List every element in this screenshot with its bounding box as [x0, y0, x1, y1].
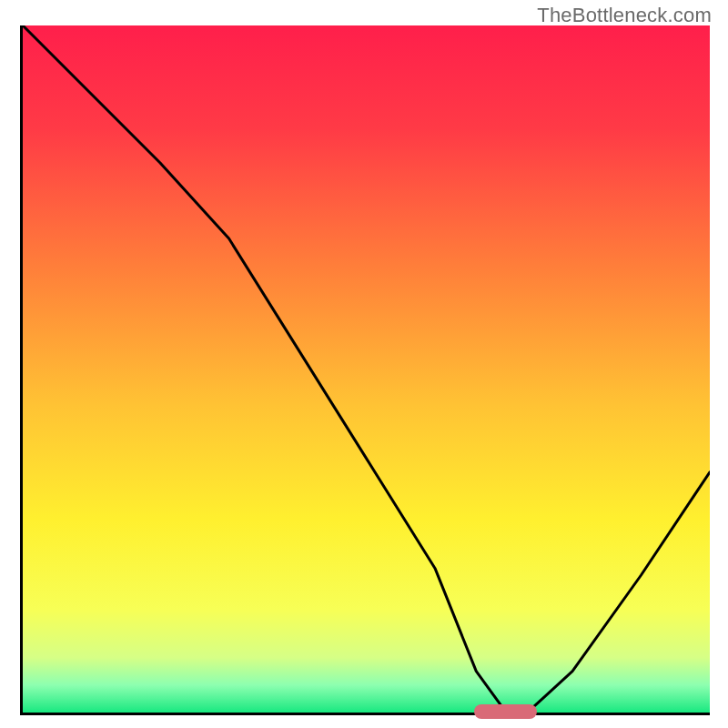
curve-line: [23, 25, 710, 713]
optimal-marker: [474, 704, 537, 719]
chart-plot-area: [20, 25, 710, 715]
watermark-text: TheBottleneck.com: [537, 4, 712, 27]
